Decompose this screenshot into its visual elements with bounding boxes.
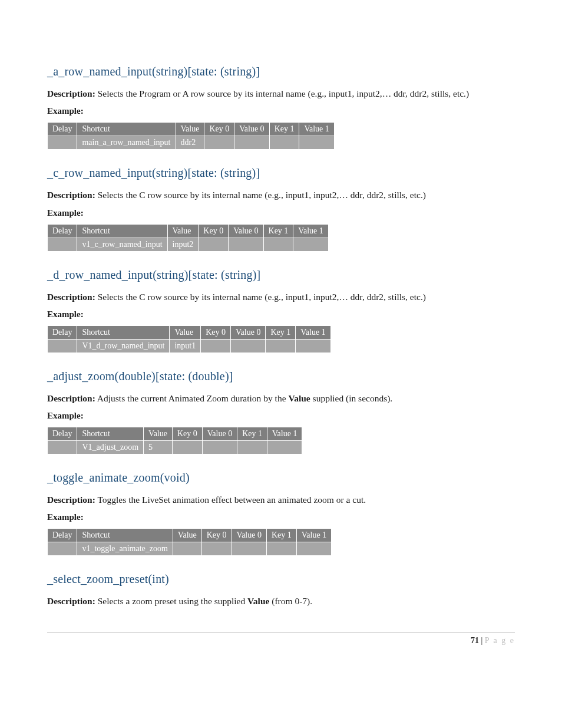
function-heading: _toggle_animate_zoom(void) <box>47 471 515 485</box>
th-key1: Key 1 <box>266 325 296 339</box>
cell-value <box>173 542 201 556</box>
cell-shortcut: V1_adjust_zoom <box>77 441 144 454</box>
cell-shortcut: V1_d_row_named_input <box>77 339 170 353</box>
cell-delay <box>48 542 77 556</box>
doc-section: _a_row_named_input(string)[state: (strin… <box>47 65 515 150</box>
doc-section: _c_row_named_input(string)[state: (strin… <box>47 166 515 251</box>
table-header-row: Delay Shortcut Value Key 0 Value 0 Key 1… <box>48 427 302 441</box>
description-text: Description: Selects the Program or A ro… <box>47 87 515 100</box>
desc-post: supplied (in seconds). <box>310 393 392 403</box>
th-value: Value <box>176 123 204 136</box>
cell-value1 <box>296 339 330 353</box>
th-delay: Delay <box>48 529 77 542</box>
desc-bold: Value <box>288 393 310 403</box>
description-text: Description: Toggles the LiveSet animati… <box>47 493 515 506</box>
th-value: Value <box>167 224 199 238</box>
th-shortcut: Shortcut <box>77 224 167 238</box>
desc-post: (from 0-7). <box>269 596 312 606</box>
th-delay: Delay <box>48 325 77 339</box>
cell-key1 <box>263 238 293 251</box>
cell-delay <box>48 339 77 353</box>
cell-value: ddr2 <box>176 136 204 150</box>
cell-delay <box>48 441 77 454</box>
th-shortcut: Shortcut <box>77 427 144 441</box>
cell-shortcut: v1_toggle_animate_zoom <box>77 542 173 556</box>
cell-key1 <box>237 441 267 454</box>
cell-value0 <box>231 339 266 353</box>
cell-key1 <box>269 136 299 150</box>
th-shortcut: Shortcut <box>77 123 176 136</box>
desc-body: Selects the Program or A row source by i… <box>98 88 469 98</box>
th-delay: Delay <box>48 123 77 136</box>
example-table: Delay Shortcut Value Key 0 Value 0 Key 1… <box>47 122 335 150</box>
function-heading: _a_row_named_input(string)[state: (strin… <box>47 65 515 78</box>
function-heading: _select_zoom_preset(int) <box>47 572 515 586</box>
description-text: Description: Selects a zoom preset using… <box>47 594 515 608</box>
th-value: Value <box>173 529 201 542</box>
desc-body: Toggles the LiveSet animation effect bet… <box>97 495 366 505</box>
page-footer: 71 | P a g e <box>47 632 515 645</box>
desc-bold: Value <box>247 596 269 606</box>
th-key1: Key 1 <box>237 427 267 441</box>
th-key0: Key 0 <box>201 529 232 542</box>
cell-delay <box>48 238 77 251</box>
cell-key0 <box>204 136 234 150</box>
th-value1: Value 1 <box>267 427 302 441</box>
footer-sep: | <box>479 636 485 645</box>
th-value1: Value 1 <box>299 123 334 136</box>
doc-section: _adjust_zoom(double)[state: (double)] De… <box>47 370 515 454</box>
cell-key0 <box>201 542 232 556</box>
table-row: main_a_row_named_input ddr2 <box>48 136 335 150</box>
desc-body: Adjusts the current Animated Zoom durati… <box>97 393 289 403</box>
cell-shortcut: v1_c_row_named_input <box>77 238 167 251</box>
table-header-row: Delay Shortcut Value Key 0 Value 0 Key 1… <box>48 224 329 238</box>
desc-body: Selects the C row source by its internal… <box>98 292 426 302</box>
cell-value: input2 <box>167 238 199 251</box>
doc-section: _d_row_named_input(string)[state: (strin… <box>47 268 515 353</box>
example-label: Example: <box>47 208 515 218</box>
cell-value1 <box>299 136 334 150</box>
example-label: Example: <box>47 106 515 116</box>
page-label: P a g e <box>485 636 515 645</box>
cell-key0 <box>199 238 229 251</box>
desc-body: Selects a zoom preset using the supplied <box>98 596 247 606</box>
example-table: Delay Shortcut Value Key 0 Value 0 Key 1… <box>47 224 329 252</box>
table-row: v1_c_row_named_input input2 <box>48 238 329 251</box>
cell-key1 <box>266 339 296 353</box>
cell-value: 5 <box>144 441 173 454</box>
function-heading: _adjust_zoom(double)[state: (double)] <box>47 370 515 383</box>
cell-delay <box>48 136 77 150</box>
cell-value0 <box>229 238 263 251</box>
description-label: Description: <box>47 190 95 200</box>
th-value0: Value 0 <box>229 224 263 238</box>
th-key0: Key 0 <box>201 325 231 339</box>
cell-key0 <box>172 441 202 454</box>
th-shortcut: Shortcut <box>77 529 173 542</box>
th-value0: Value 0 <box>232 529 266 542</box>
cell-value0 <box>232 542 266 556</box>
page-number: 71 <box>471 636 479 645</box>
description-label: Description: <box>47 393 95 403</box>
example-table: Delay Shortcut Value Key 0 Value 0 Key 1… <box>47 528 332 556</box>
cell-value1 <box>267 441 302 454</box>
cell-value0 <box>234 136 269 150</box>
th-key1: Key 1 <box>263 224 293 238</box>
table-header-row: Delay Shortcut Value Key 0 Value 0 Key 1… <box>48 325 331 339</box>
function-heading: _d_row_named_input(string)[state: (strin… <box>47 268 515 282</box>
cell-value0 <box>202 441 237 454</box>
desc-body: Selects the C row source by its internal… <box>98 190 426 200</box>
description-label: Description: <box>47 88 95 98</box>
cell-value: input1 <box>170 339 201 353</box>
doc-section: _select_zoom_preset(int) Description: Se… <box>47 572 515 608</box>
table-row: v1_toggle_animate_zoom <box>48 542 332 556</box>
table-row: V1_adjust_zoom 5 <box>48 441 302 454</box>
example-label: Example: <box>47 309 515 319</box>
cell-value1 <box>293 238 328 251</box>
example-table: Delay Shortcut Value Key 0 Value 0 Key 1… <box>47 325 331 353</box>
th-key1: Key 1 <box>269 123 299 136</box>
th-value0: Value 0 <box>234 123 269 136</box>
th-key0: Key 0 <box>204 123 234 136</box>
th-value0: Value 0 <box>202 427 237 441</box>
description-text: Description: Adjusts the current Animate… <box>47 391 515 405</box>
description-label: Description: <box>47 292 95 302</box>
